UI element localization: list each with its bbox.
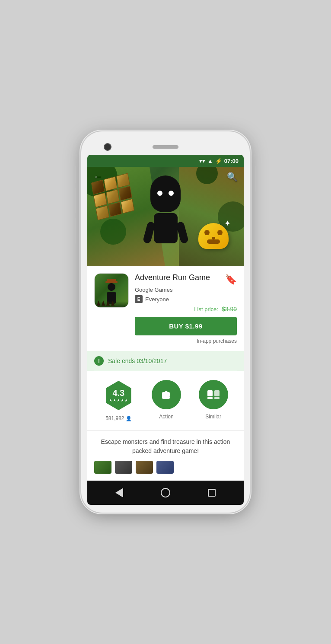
status-time: 07:00 [224, 158, 239, 164]
buy-button[interactable]: BUY $1.99 [135, 317, 237, 335]
back-nav-button[interactable] [110, 483, 129, 502]
game-character [144, 175, 187, 253]
in-app-purchases-label: In-app purchases [135, 338, 237, 344]
char-eye-right [169, 191, 174, 196]
screenshot-4[interactable] [156, 461, 174, 474]
silent-button [74, 218, 76, 244]
similar-icon [199, 380, 228, 409]
list-price-label: List price: [194, 306, 218, 312]
app-title-row: Adventure Run Game 🔖 [135, 273, 237, 285]
app-title: Adventure Run Game [135, 273, 210, 283]
back-button[interactable]: ← [93, 171, 103, 182]
search-button[interactable]: 🔍 [227, 172, 238, 182]
description-text: Escape monsters and find treasure in thi… [94, 437, 237, 456]
skull-sparkle: ✦ [224, 219, 231, 228]
sale-text: Sale ends 03/10/2017 [108, 357, 167, 364]
rating-stat: 4.3 ★★★★★ 581,982 👤 [103, 380, 134, 421]
icon-char-head [108, 283, 115, 291]
rating-number: 4.3 [112, 389, 124, 397]
signal-icon: ▲ [207, 158, 213, 164]
svg-rect-3 [162, 396, 170, 399]
user-icon: 👤 [126, 416, 132, 421]
esrb-icon: E [135, 295, 143, 303]
action-icon [152, 380, 181, 409]
app-icon[interactable] [94, 273, 129, 308]
screenshot-1[interactable] [94, 461, 111, 474]
hero-image: ✦ ← 🔍 [87, 167, 244, 266]
bottom-nav [87, 481, 244, 505]
recent-square-icon [208, 489, 216, 497]
app-details: Adventure Run Game 🔖 Google Games E Ever… [135, 273, 237, 344]
app-developer: Google Games [135, 287, 237, 293]
screen: ▾▾ ▲ ⚡ 07:00 [87, 155, 244, 505]
rating-hexagon: 4.3 ★★★★★ [104, 381, 133, 410]
action-label: Action [159, 414, 173, 420]
screenshot-2[interactable] [115, 461, 132, 474]
screenshots-row [87, 461, 244, 481]
camera [105, 144, 111, 150]
volume-up-button [74, 166, 76, 183]
char-body [154, 213, 178, 243]
bookmark-icon[interactable]: 🔖 [225, 274, 237, 285]
list-price-value: $3.99 [222, 306, 237, 312]
sale-banner: ! Sale ends 03/10/2017 [87, 351, 244, 371]
similar-label: Similar [205, 414, 221, 420]
price-row: List price: $3.99 [135, 306, 237, 312]
back-triangle-icon [115, 488, 123, 497]
home-nav-button[interactable] [156, 483, 175, 502]
char-arm-right [175, 221, 188, 244]
skull-eye-r [217, 230, 223, 235]
rating-hexagon-badge: 4.3 ★★★★★ [103, 380, 134, 411]
gold-skull: ✦ [198, 223, 229, 249]
sale-alert-icon: ! [94, 356, 104, 366]
power-button [255, 166, 257, 192]
action-stat[interactable]: Action [152, 380, 181, 420]
spikes [97, 300, 115, 306]
screenshot-3[interactable] [136, 461, 153, 474]
char-arm-left [142, 221, 155, 244]
phone-top-bar [87, 139, 244, 155]
speaker [153, 145, 178, 149]
skull-mouth [207, 239, 220, 244]
review-count-value: 581,982 [105, 415, 124, 421]
home-circle-icon [161, 488, 170, 497]
rating-label: Everyone [145, 296, 169, 303]
skull-eye-l [204, 230, 210, 235]
svg-rect-6 [207, 397, 213, 399]
rating-stars: ★★★★★ [109, 398, 128, 402]
svg-rect-5 [214, 390, 220, 396]
status-bar: ▾▾ ▲ ⚡ 07:00 [87, 155, 244, 167]
review-count: 581,982 👤 [105, 415, 131, 421]
tree-2 [100, 219, 126, 245]
action-svg [159, 387, 174, 402]
similar-svg [206, 387, 221, 402]
recent-nav-button[interactable] [202, 483, 221, 502]
content-rating: E Everyone [135, 295, 237, 303]
svg-rect-7 [214, 397, 220, 399]
svg-rect-4 [207, 390, 213, 396]
stats-section: 4.3 ★★★★★ 581,982 👤 [87, 371, 244, 430]
phone-frame: ▾▾ ▲ ⚡ 07:00 [81, 131, 250, 513]
battery-icon: ⚡ [215, 158, 222, 164]
char-eye-left [157, 191, 162, 196]
description-section: Escape monsters and find treasure in thi… [87, 430, 244, 461]
similar-stat[interactable]: Similar [199, 380, 228, 420]
hero-nav: ← 🔍 [87, 167, 244, 187]
status-icons: ▾▾ ▲ ⚡ 07:00 [199, 158, 239, 164]
app-info-section: Adventure Run Game 🔖 Google Games E Ever… [87, 266, 244, 351]
volume-down-button [74, 188, 76, 214]
wifi-icon: ▾▾ [199, 158, 205, 164]
